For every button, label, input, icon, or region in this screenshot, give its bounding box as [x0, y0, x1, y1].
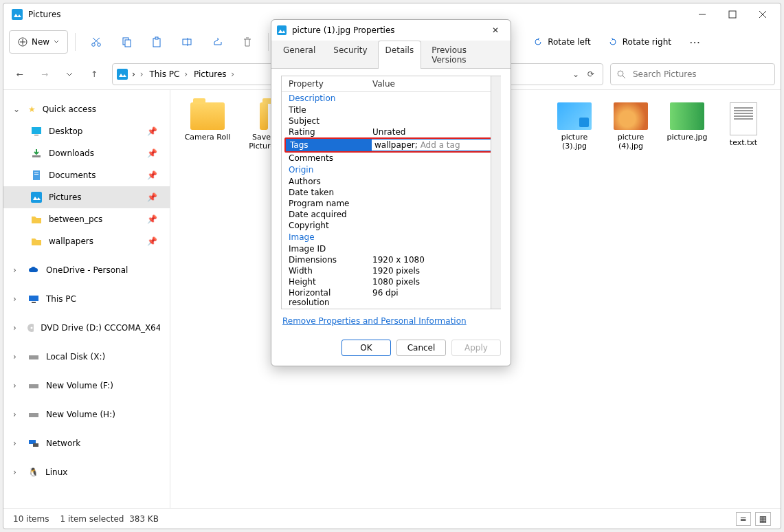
cancel-button[interactable]: Cancel	[396, 340, 446, 356]
prop-copyright[interactable]: Copyright	[289, 221, 372, 230]
sidebar-item-between_pcs[interactable]: between_pcs📌	[3, 208, 170, 230]
sidebar-item-wallpapers[interactable]: wallpapers📌	[3, 230, 170, 252]
group-origin: Origin	[282, 164, 501, 176]
chevron-right-icon: ›	[13, 467, 21, 477]
picture-icon	[117, 69, 128, 80]
maximize-button[interactable]	[717, 3, 748, 25]
apply-button[interactable]: Apply	[451, 340, 501, 356]
svg-rect-3	[729, 11, 736, 18]
svg-rect-28	[34, 174, 38, 175]
file-item[interactable]: picture.jpg	[662, 102, 712, 151]
prop-hres[interactable]: Horizontal resolution	[289, 288, 372, 307]
delete-button[interactable]	[234, 30, 261, 54]
prop-height[interactable]: Height	[289, 277, 372, 287]
breadcrumb[interactable]: Pictures	[194, 69, 236, 79]
prop-program[interactable]: Program name	[289, 199, 372, 208]
sidebar-dvd[interactable]: ›DVD Drive (D:) CCCOMA_X64FRE_EN-US	[3, 317, 170, 339]
rotate-right-label: Rotate right	[623, 37, 671, 47]
sidebar-item-documents[interactable]: Documents📌	[3, 164, 170, 186]
col-property[interactable]: Property	[289, 79, 372, 89]
tab-security[interactable]: Security	[326, 41, 374, 69]
prop-hres-value: 96 dpi	[372, 288, 494, 307]
svg-rect-29	[31, 192, 42, 203]
file-item[interactable]: picture (4).jpg	[606, 102, 656, 151]
sidebar-item-desktop[interactable]: Desktop📌	[3, 120, 170, 142]
sidebar-item-pictures[interactable]: Pictures📌	[3, 186, 170, 208]
search-box[interactable]	[610, 63, 775, 85]
refresh-icon[interactable]: ⟳	[583, 69, 598, 79]
prop-width[interactable]: Width	[289, 266, 372, 276]
property-list[interactable]: PropertyValue Description Title Subject …	[281, 76, 501, 309]
close-button[interactable]	[748, 3, 778, 25]
svg-rect-0	[12, 9, 23, 20]
more-button[interactable]: ⋯	[681, 30, 708, 54]
cut-button[interactable]	[82, 30, 110, 54]
dialog-close-button[interactable]: ✕	[486, 25, 505, 35]
rotate-left-label: Rotate left	[548, 37, 591, 47]
recent-dropdown[interactable]	[58, 63, 80, 85]
rename-button[interactable]	[173, 30, 201, 54]
new-button[interactable]: New	[9, 30, 68, 54]
search-input[interactable]	[631, 69, 769, 80]
picture-icon	[277, 25, 287, 35]
paste-button[interactable]	[143, 30, 170, 54]
col-value[interactable]: Value	[372, 79, 395, 89]
pin-icon: 📌	[147, 236, 157, 246]
dialog-titlebar[interactable]: picture (1).jpg Properties ✕	[271, 20, 511, 41]
sidebar-item-label: Network	[46, 439, 80, 448]
file-item[interactable]: picture (3).jpg	[550, 102, 599, 151]
sidebar-vol-f[interactable]: ›New Volume (F:)	[3, 375, 170, 397]
prop-dimensions[interactable]: Dimensions	[289, 255, 372, 265]
file-item[interactable]: text.txt	[719, 102, 768, 151]
tab-details[interactable]: Details	[378, 41, 422, 69]
nav-pane: ⌄ ★ Quick access Desktop📌Downloads📌Docum…	[3, 90, 170, 508]
quick-access[interactable]: ⌄ ★ Quick access	[3, 98, 170, 120]
prop-image-id[interactable]: Image ID	[289, 244, 372, 254]
rotate-left-button[interactable]: Rotate left	[526, 30, 598, 54]
sidebar-network[interactable]: ›Network	[3, 432, 170, 454]
back-button[interactable]: ←	[9, 63, 31, 85]
minimize-button[interactable]	[687, 3, 717, 25]
chevron-right-icon: ›	[13, 352, 21, 362]
tab-general[interactable]: General	[276, 41, 323, 69]
copy-button[interactable]	[113, 30, 140, 54]
sidebar-item-downloads[interactable]: Downloads📌	[3, 142, 170, 164]
svg-point-21	[618, 71, 623, 76]
file-item[interactable]: Camera Roll	[183, 102, 232, 151]
sidebar-linux[interactable]: ›🐧Linux	[3, 461, 170, 483]
prop-comments[interactable]: Comments	[289, 153, 372, 163]
pin-icon: 📌	[147, 214, 157, 224]
forward-button[interactable]: →	[34, 63, 56, 85]
ok-button[interactable]: OK	[341, 340, 391, 356]
svg-line-22	[623, 76, 625, 78]
prop-width-value: 1920 pixels	[372, 266, 494, 276]
sidebar-thispc[interactable]: ›This PC	[3, 288, 170, 310]
dialog-title: picture (1).jpg Properties	[292, 25, 395, 35]
breadcrumb[interactable]: ›	[132, 69, 145, 79]
remove-properties-link[interactable]: Remove Properties and Personal Informati…	[282, 316, 467, 326]
sidebar-vol-x[interactable]: ›Local Disk (X:)	[3, 346, 170, 368]
share-button[interactable]	[203, 30, 231, 54]
sidebar-vol-h[interactable]: ›New Volume (H:)	[3, 403, 170, 425]
drive-icon	[28, 380, 39, 391]
chevron-down-icon[interactable]: ⌄	[572, 69, 579, 79]
rotate-right-button[interactable]: Rotate right	[601, 30, 678, 54]
breadcrumb[interactable]: This PC	[149, 69, 190, 79]
prop-date-taken[interactable]: Date taken	[289, 188, 372, 197]
prop-authors[interactable]: Authors	[289, 177, 372, 186]
prop-subject[interactable]: Subject	[289, 116, 372, 126]
new-label: New	[32, 37, 49, 47]
prop-date-acq[interactable]: Date acquired	[289, 210, 372, 219]
prop-rating[interactable]: Rating	[289, 127, 372, 137]
tags-placeholder[interactable]: Add a tag	[421, 140, 460, 150]
details-view-button[interactable]: ≡	[736, 512, 751, 526]
tab-previous[interactable]: Previous Versions	[424, 41, 506, 69]
sidebar-onedrive[interactable]: ›OneDrive - Personal	[3, 259, 170, 281]
svg-rect-40	[277, 25, 287, 35]
sidebar-item-label: DVD Drive (D:) CCCOMA_X64FRE_EN-US	[41, 323, 160, 333]
prop-tags-row[interactable]: Tags wallpaper; Add a tag	[284, 137, 497, 153]
up-button[interactable]: ↑	[83, 63, 105, 85]
prop-title[interactable]: Title	[289, 105, 372, 115]
disc-icon	[26, 322, 34, 333]
thumbnail-view-button[interactable]: ▦	[755, 512, 771, 526]
